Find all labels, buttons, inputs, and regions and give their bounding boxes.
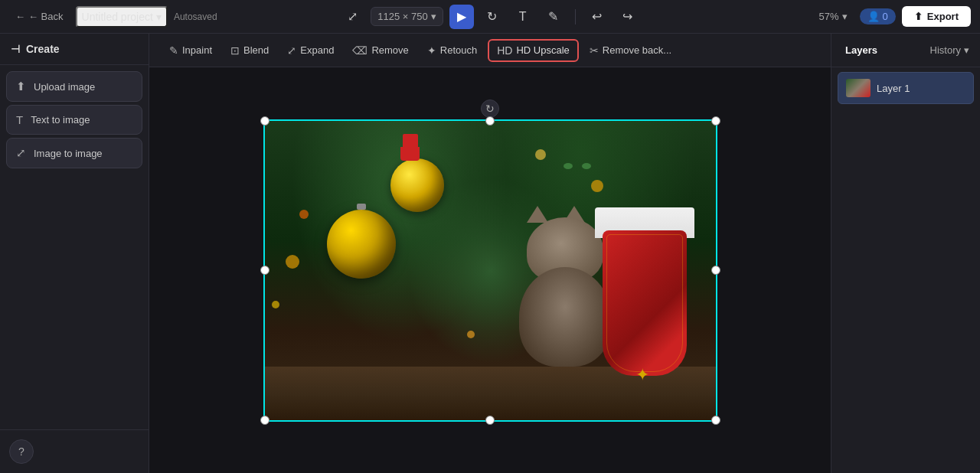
- sidebar-header: ⊣ Create: [0, 34, 149, 65]
- right-sidebar: Layers History ▾ Layer 1: [831, 34, 980, 473]
- zoom-label: 57%: [819, 11, 839, 22]
- ornament-gold-large: [327, 210, 396, 279]
- pen-icon: ✎: [548, 9, 558, 24]
- expand-icon: ⤢: [287, 44, 296, 57]
- retouch-label: Retouch: [440, 44, 477, 56]
- sidebar-item-upload[interactable]: ⬆ Upload image: [6, 71, 142, 102]
- remove-button[interactable]: ⌫ Remove: [345, 41, 416, 60]
- blend-button[interactable]: ⊡ Blend: [223, 41, 276, 60]
- main-layout: ⊣ Create ⬆ Upload image T Text to image …: [0, 34, 980, 473]
- sidebar-upload-label: Upload image: [34, 81, 95, 93]
- remove-bg-icon: ✂: [590, 44, 599, 57]
- image-to-image-icon: ⤢: [16, 146, 26, 160]
- chevron-down-icon: ▾: [156, 11, 162, 23]
- remove-bg-label: Remove back...: [603, 44, 671, 56]
- topbar-right: 57% ▾ 👤 0 ⬆ Export: [646, 6, 971, 27]
- refresh-handle[interactable]: ↻: [481, 99, 499, 118]
- right-sidebar-header: Layers History ▾: [831, 34, 980, 67]
- topbar-center: ⤢ 1125 × 750 ▾ ▶ ↻ T ✎ ↩ ↪: [340, 5, 639, 29]
- back-icon: ←: [15, 11, 25, 22]
- resize-icon: ⤢: [348, 9, 358, 24]
- remove-label: Remove: [371, 44, 408, 56]
- help-icon: ?: [18, 445, 24, 458]
- tab-history[interactable]: History ▾: [926, 41, 974, 59]
- bag-body-red: [603, 230, 687, 376]
- gold-star: ✦: [635, 365, 649, 385]
- text-tool-button[interactable]: T: [511, 5, 535, 29]
- blend-icon: ⊡: [230, 44, 240, 57]
- sidebar-menu: ⬆ Upload image T Text to image ⤢ Image t…: [0, 65, 149, 175]
- sidebar-create-label: Create: [26, 43, 60, 55]
- separator: [575, 9, 576, 24]
- text-to-image-icon: T: [16, 113, 23, 126]
- cat-ear-left: [527, 206, 548, 223]
- tab-layers[interactable]: Layers: [838, 40, 885, 60]
- canvas-container: ✦ ↻: [263, 119, 717, 422]
- upscale-label: HD Upscale: [516, 44, 569, 56]
- sidebar-bottom: ?: [0, 429, 149, 473]
- layer-item[interactable]: Layer 1: [838, 72, 974, 104]
- canvas-size-button[interactable]: 1125 × 750 ▾: [371, 7, 443, 26]
- back-label: ← Back: [28, 11, 64, 22]
- undo-icon: ↩: [592, 9, 602, 24]
- ornament-gold-small: [390, 158, 444, 212]
- sidebar-item-image-to-image[interactable]: ⤢ Image to image: [6, 138, 142, 168]
- select-tool-button[interactable]: ▶: [449, 5, 474, 29]
- bokeh-light: [272, 301, 279, 308]
- left-sidebar: ⊣ Create ⬆ Upload image T Text to image …: [0, 34, 149, 473]
- create-icon: ⊣: [11, 43, 20, 55]
- christmas-bag: [595, 207, 694, 376]
- crop-icon: ↻: [487, 9, 497, 24]
- upload-icon: ⬆: [16, 80, 26, 93]
- chevron-down-icon: ▾: [431, 11, 436, 22]
- inpaint-button[interactable]: ✎ Inpaint: [162, 41, 220, 60]
- project-name-button[interactable]: Untitled project ▾: [76, 6, 168, 28]
- layers-tab-label: Layers: [845, 44, 877, 56]
- topbar-left: ← ← Back Untitled project ▾ Autosaved: [9, 6, 334, 28]
- help-button[interactable]: ?: [9, 439, 34, 464]
- autosaved-label: Autosaved: [174, 11, 217, 22]
- inpaint-icon: ✎: [169, 44, 178, 57]
- canvas-image: ✦: [263, 119, 717, 422]
- sidebar-text-to-image-label: Text to image: [31, 114, 90, 126]
- red-ornament: [399, 134, 422, 161]
- undo-button[interactable]: ↩: [585, 5, 609, 29]
- crop-tool-button[interactable]: ↻: [480, 5, 505, 29]
- text-icon: T: [519, 10, 527, 24]
- export-button[interactable]: ⬆ Export: [902, 6, 971, 27]
- redo-button[interactable]: ↪: [616, 5, 640, 29]
- export-label: Export: [927, 11, 959, 22]
- remove-bg-button[interactable]: ✂ Remove back...: [582, 41, 679, 60]
- tool-bar: ✎ Inpaint ⊡ Blend ⤢ Expand ⌫ Remove ✦ Re…: [149, 34, 831, 67]
- inpaint-label: Inpaint: [182, 44, 212, 56]
- user-badge: 👤 0: [860, 8, 896, 24]
- blend-label: Blend: [243, 44, 269, 56]
- zoom-button[interactable]: 57% ▾: [813, 8, 854, 25]
- sidebar-item-text-to-image[interactable]: T Text to image: [6, 105, 142, 135]
- bokeh-light: [299, 210, 309, 219]
- sidebar-image-to-image-label: Image to image: [34, 148, 103, 159]
- canvas-area: ✎ Inpaint ⊡ Blend ⤢ Expand ⌫ Remove ✦ Re…: [149, 34, 831, 473]
- redo-icon: ↪: [622, 9, 632, 24]
- layer-name: Layer 1: [877, 83, 910, 94]
- resize-tool-button[interactable]: ⤢: [340, 5, 364, 29]
- hd-icon: HD: [497, 44, 512, 57]
- expand-label: Expand: [300, 44, 334, 56]
- upscale-button[interactable]: HD HD Upscale: [488, 39, 579, 62]
- remove-icon: ⌫: [352, 44, 368, 57]
- user-icon: 👤: [867, 11, 880, 22]
- user-count: 0: [883, 11, 888, 22]
- topbar: ← ← Back Untitled project ▾ Autosaved ⤢ …: [0, 0, 980, 34]
- layer-thumbnail: [846, 79, 871, 97]
- back-button[interactable]: ← ← Back: [9, 8, 70, 25]
- retouch-button[interactable]: ✦ Retouch: [420, 41, 485, 60]
- project-name-label: Untitled project: [82, 11, 153, 23]
- canvas-workspace[interactable]: ✦ ↻: [149, 67, 831, 473]
- expand-button[interactable]: ⤢ Expand: [279, 41, 341, 60]
- pen-tool-button[interactable]: ✎: [541, 5, 566, 29]
- chevron-down-icon: ▾: [842, 11, 848, 22]
- retouch-icon: ✦: [427, 44, 436, 57]
- export-icon: ⬆: [914, 11, 923, 22]
- bokeh-light: [591, 180, 603, 192]
- chevron-down-icon: ▾: [964, 44, 969, 56]
